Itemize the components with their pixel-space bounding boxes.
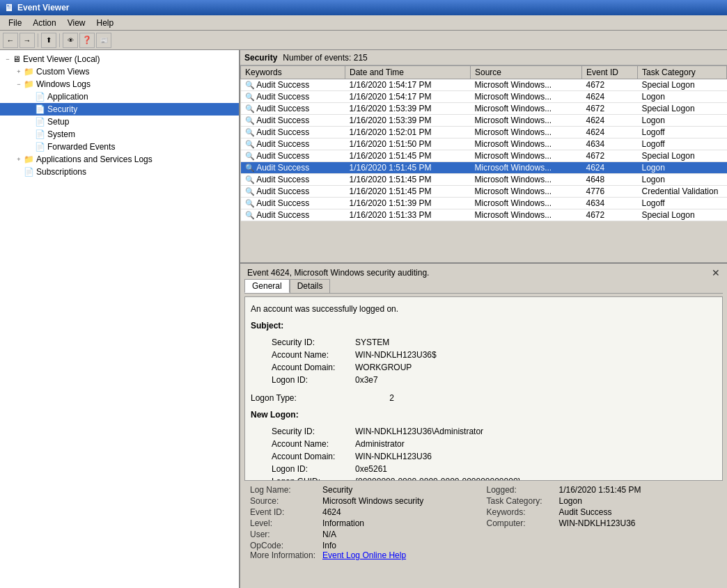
event-log-online-help-link[interactable]: Event Log Online Help xyxy=(322,550,406,560)
table-row[interactable]: 🔍 Audit Success 1/16/2020 1:51:33 PM Mic… xyxy=(241,209,727,221)
close-button[interactable]: ✕ xyxy=(712,268,720,278)
menu-action[interactable]: Action xyxy=(27,17,61,29)
col-eventid[interactable]: Event ID xyxy=(582,66,638,79)
tree-item-security[interactable]: 📄 Security xyxy=(0,103,239,116)
detail-new-logonguid-row: Logon GUID: {00000000-0000-0000-0000-000… xyxy=(251,475,717,481)
table-row[interactable]: 🔍 Audit Success 1/16/2020 1:51:45 PM Mic… xyxy=(241,186,727,198)
cell-datetime: 1/16/2020 1:51:39 PM xyxy=(345,198,471,209)
tree-label: Setup xyxy=(47,117,69,127)
menu-view[interactable]: View xyxy=(62,17,91,29)
meta-task-cat: Task Category: Logon xyxy=(487,496,718,506)
cell-category: Logon xyxy=(638,162,727,174)
col-datetime[interactable]: Date and Time xyxy=(345,66,471,79)
cell-category: Logoff xyxy=(638,127,727,138)
tree-item-custom-views[interactable]: + 📁 Custom Views xyxy=(0,65,239,78)
forward-button[interactable]: → xyxy=(19,33,35,48)
cell-source: Microsoft Windows... xyxy=(471,91,582,103)
table-row[interactable]: 🔍 Audit Success 1/16/2020 1:51:45 PM Mic… xyxy=(241,150,727,162)
table-row[interactable]: 🔍 Audit Success 1/16/2020 1:51:45 PM Mic… xyxy=(241,162,727,174)
menu-file[interactable]: File xyxy=(3,17,27,29)
field-label-new-acname: Account Name: xyxy=(251,438,355,450)
meta-value: Information xyxy=(322,518,364,528)
table-row[interactable]: 🔍 Audit Success 1/16/2020 1:51:50 PM Mic… xyxy=(241,138,727,150)
field-label-new-acdomain: Account Domain: xyxy=(251,450,355,463)
cell-keyword: 🔍 Audit Success xyxy=(241,174,345,186)
event-detail-header: Event 4624, Microsoft Windows security a… xyxy=(244,267,723,279)
tree-label: Application xyxy=(47,92,88,102)
table-row[interactable]: 🔍 Audit Success 1/16/2020 1:51:45 PM Mic… xyxy=(241,174,727,186)
log-icon: 📄 xyxy=(35,129,45,139)
export-button[interactable]: 📰 xyxy=(96,33,111,48)
col-keywords[interactable]: Keywords xyxy=(241,66,345,79)
up-button[interactable]: ⬆ xyxy=(41,33,56,48)
cell-keyword: 🔍 Audit Success xyxy=(241,162,345,174)
detail-new-acname-row: Account Name: Administrator xyxy=(251,438,717,450)
log-icon: 📄 xyxy=(35,104,45,114)
tree-label: Event Viewer (Local) xyxy=(23,54,100,64)
meta-value: Audit Success xyxy=(559,507,612,517)
field-value-new-acdomain: WIN-NDKLH123U36 xyxy=(355,450,717,463)
cell-category: Logon xyxy=(638,91,727,103)
table-row[interactable]: 🔍 Audit Success 1/16/2020 1:53:39 PM Mic… xyxy=(241,115,727,127)
cell-datetime: 1/16/2020 1:51:45 PM xyxy=(345,174,471,186)
meta-event-id: Event ID: 4624 xyxy=(250,507,481,517)
detail-security-id-row: Security ID: SYSTEM xyxy=(251,336,717,349)
meta-value: 1/16/2020 1:51:45 PM xyxy=(559,485,641,495)
cell-eventid: 4624 xyxy=(582,91,638,103)
detail-new-logonid-row: Logon ID: 0xe5261 xyxy=(251,463,717,475)
cell-category: Special Logon xyxy=(638,150,727,162)
tree-item-event-viewer-local[interactable]: − 🖥 Event Viewer (Local) xyxy=(0,53,239,65)
cell-source: Microsoft Windows... xyxy=(471,209,582,221)
tree-item-apps-services[interactable]: + 📁 Applications and Services Logs xyxy=(0,153,239,166)
cell-source: Microsoft Windows... xyxy=(471,150,582,162)
tree-item-application[interactable]: 📄 Application xyxy=(0,90,239,103)
expand-icon: − xyxy=(3,54,13,64)
cell-keyword: 🔍 Audit Success xyxy=(241,198,345,209)
cell-eventid: 4624 xyxy=(582,162,638,174)
tree-label: Forwarded Events xyxy=(47,142,115,152)
meta-user: User: N/A xyxy=(250,530,481,539)
cell-source: Microsoft Windows... xyxy=(471,174,582,186)
cell-keyword: 🔍 Audit Success xyxy=(241,150,345,162)
meta-label: Task Category: xyxy=(487,496,556,506)
detail-new-secid-row: Security ID: WIN-NDKLH123U36\Administrat… xyxy=(251,425,717,438)
table-row[interactable]: 🔍 Audit Success 1/16/2020 1:54:17 PM Mic… xyxy=(241,79,727,91)
col-category[interactable]: Task Category xyxy=(638,66,727,79)
tree-item-subscriptions[interactable]: 📄 Subscriptions xyxy=(0,166,239,178)
event-table-body: 🔍 Audit Success 1/16/2020 1:54:17 PM Mic… xyxy=(241,79,727,221)
logon-type-value: 2 xyxy=(389,393,394,403)
tree-item-forwarded-events[interactable]: 📄 Forwarded Events xyxy=(0,141,239,153)
col-source[interactable]: Source xyxy=(471,66,582,79)
folder-icon: 📁 xyxy=(24,67,34,77)
table-row[interactable]: 🔍 Audit Success 1/16/2020 1:53:39 PM Mic… xyxy=(241,103,727,115)
help-button[interactable]: ❓ xyxy=(79,33,95,48)
table-row[interactable]: 🔍 Audit Success 1/16/2020 1:51:39 PM Mic… xyxy=(241,198,727,209)
back-button[interactable]: ← xyxy=(3,33,18,48)
table-row[interactable]: 🔍 Audit Success 1/16/2020 1:52:01 PM Mic… xyxy=(241,127,727,138)
magnify-icon: 🔍 xyxy=(245,93,255,101)
field-value-new-logonguid: {00000000-0000-0000-0000-000000000000} xyxy=(355,475,717,481)
log-icon: 📄 xyxy=(35,117,45,127)
event-count: Number of events: 215 xyxy=(283,53,367,63)
tree-item-system[interactable]: 📄 System xyxy=(0,128,239,141)
show-hide-button[interactable]: 👁 xyxy=(63,33,78,48)
meta-more-info: More Information: Event Log Online Help xyxy=(250,550,717,560)
expand-icon: − xyxy=(14,79,24,89)
tree-item-setup[interactable]: 📄 Setup xyxy=(0,116,239,128)
toolbar-separator xyxy=(38,33,38,47)
cell-category: Logoff xyxy=(638,198,727,209)
event-table-container[interactable]: Keywords Date and Time Source Event ID T… xyxy=(240,65,727,264)
field-label-secid: Security ID: xyxy=(251,336,355,349)
field-value-acname: WIN-NDKLH123U36$ xyxy=(355,349,717,361)
menu-help[interactable]: Help xyxy=(91,17,120,29)
tab-general[interactable]: General xyxy=(244,279,290,293)
field-label-acname: Account Name: xyxy=(251,349,355,361)
cell-keyword: 🔍 Audit Success xyxy=(241,79,345,91)
table-row[interactable]: 🔍 Audit Success 1/16/2020 1:54:17 PM Mic… xyxy=(241,91,727,103)
cell-category: Logon xyxy=(638,115,727,127)
cell-keyword: 🔍 Audit Success xyxy=(241,91,345,103)
tree-item-windows-logs[interactable]: − 📁 Windows Logs xyxy=(0,78,239,90)
field-value-new-secid: WIN-NDKLH123U36\Administrator xyxy=(355,425,717,438)
tab-details[interactable]: Details xyxy=(290,279,331,293)
detail-subject-title: Subject: xyxy=(251,319,717,332)
